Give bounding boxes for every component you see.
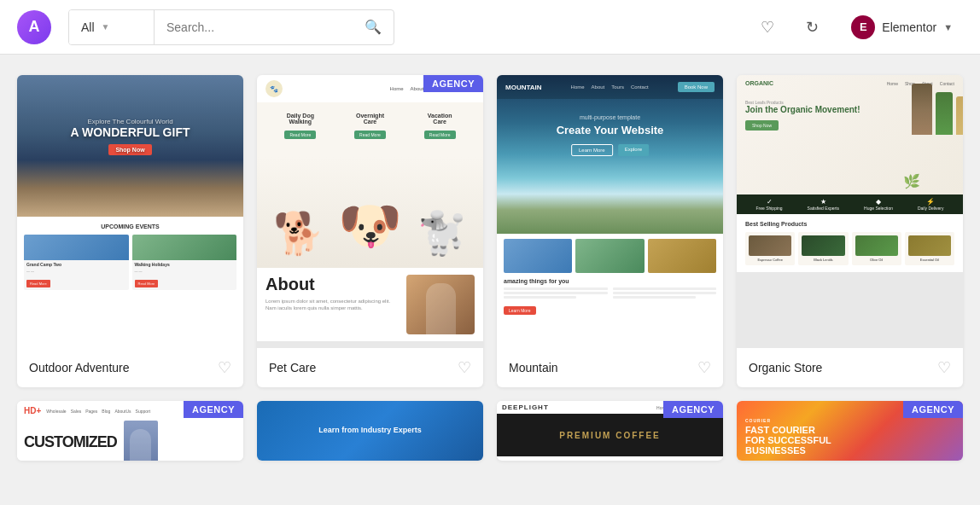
mountain-book-btn: Book Now	[678, 82, 715, 92]
mountain-text-col-1: Learn More	[504, 287, 608, 316]
template-card-customized[interactable]: AGENCY HD+ Wholesale Sales Pages Blog Ab…	[17, 401, 243, 461]
mountain-cta-btn: Learn More	[504, 306, 536, 315]
organic-product-2-name: Black Lentils	[802, 258, 844, 262]
petcare-hero: Daily DogWalking Read More OvernightCare…	[257, 102, 483, 157]
learn-body: Learn from Industry Experts	[257, 401, 483, 461]
petcare-favorite[interactable]: ♡	[458, 358, 471, 377]
mountain-text-row: Learn More	[504, 287, 716, 316]
deeplight-agency-badge: AGENCY	[663, 401, 723, 418]
organic-strip-4: ⚡ Daily Delivery	[918, 198, 944, 211]
search-input[interactable]	[155, 10, 353, 44]
petcare-agency-badge: AGENCY	[423, 75, 483, 92]
petcare-logo: 🐾	[265, 80, 283, 97]
deeplight-subtitle: PREMIUM COFFEE	[559, 431, 661, 440]
organic-nav-1: Home	[887, 81, 898, 86]
outdoor-hero-btn: Shop Now	[108, 144, 151, 155]
search-button[interactable]: 🔍	[353, 10, 394, 44]
product-bottle-1	[912, 84, 932, 135]
organic-hero-products	[912, 84, 963, 135]
organic-product-2-img	[802, 235, 844, 256]
outdoor-event-1-title: Grand Camp Two	[24, 260, 129, 269]
customized-logo: HD+	[24, 406, 41, 415]
organic-product-3-img	[855, 235, 898, 256]
elementor-icon-letter: E	[860, 20, 867, 33]
organic-footer: Organic Store ♡	[737, 348, 963, 387]
customized-nav-4: Blog	[102, 409, 110, 414]
template-card-pet-care[interactable]: AGENCY 🐾 Home About Services Contact	[257, 75, 483, 387]
organic-strip-text-4: Daily Delivery	[918, 206, 944, 211]
mountain-hero: multi-purpose template Create Your Websi…	[557, 114, 664, 156]
organic-product-1-img	[749, 235, 791, 256]
petcare-services: Daily DogWalking Read More OvernightCare…	[265, 113, 475, 140]
template-card-outdoor-adventure[interactable]: Explore The Colourful World A WONDERFUL …	[17, 75, 243, 387]
organic-section-title: Best Selling Products	[745, 221, 954, 227]
organic-strip-1: ✓ Free Shipping	[755, 198, 782, 211]
organic-strip-text-1: Free Shipping	[755, 206, 782, 211]
deeplight-body: PREMIUM COFFEE	[497, 414, 723, 456]
template-card-learn[interactable]: Learn from Industry Experts	[257, 401, 483, 461]
elementor-menu[interactable]: E Elementor ▼	[841, 10, 963, 44]
organic-product-2: Black Lentils	[798, 232, 848, 265]
outdoor-events-title: UPCOMING EVENTS	[24, 223, 236, 229]
outdoor-bottom: UPCOMING EVENTS Grand Camp Two — — Read …	[17, 217, 243, 348]
outdoor-event-2-btn: Read More	[135, 280, 159, 287]
customized-silhouette	[130, 429, 151, 461]
mountain-text-col-2	[613, 287, 717, 316]
mountain-line-6	[613, 296, 696, 299]
template-card-deeplight[interactable]: AGENCY DEEPLIGHT Home About Coffee Galle…	[497, 401, 723, 461]
courier-agency-badge: AGENCY	[903, 401, 963, 418]
organic-product-3-name: Olive Oil	[855, 258, 898, 262]
filter-dropdown[interactable]: All ▼	[69, 10, 155, 44]
elementor-chevron: ▼	[943, 22, 953, 32]
courier-title: FAST COURIERFOR SUCCESSFULBUSINESSES	[745, 425, 954, 456]
mountain-logo: MOUNTAIN	[505, 84, 542, 91]
petcare-service-2-name: OvernightCare	[354, 113, 386, 125]
mountain-name: Mountain	[509, 361, 558, 374]
organic-favorite[interactable]: ♡	[937, 358, 951, 377]
mountain-header: MOUNTAIN Home About Tours Contact Book N…	[497, 75, 723, 99]
filter-label: All	[81, 20, 95, 34]
organic-strip-3: ◆ Huge Selection	[864, 198, 893, 211]
organic-product-4-img	[908, 235, 951, 256]
petcare-service-2: OvernightCare Read More	[354, 113, 386, 140]
organic-products-section: Best Selling Products Espresso Coffee Bl…	[737, 214, 963, 272]
mountain-service-2	[575, 239, 644, 273]
template-card-mountain[interactable]: MOUNTAIN Home About Tours Contact Book N…	[497, 75, 723, 387]
mountain-bottom: amazing things for you Learn More	[497, 234, 723, 348]
refresh-icon: ↻	[806, 18, 819, 37]
outdoor-hero-text: Explore The Colourful World A WONDERFUL …	[71, 118, 190, 155]
petcare-dogs: 🐕 🐶 🐩	[257, 157, 483, 268]
template-card-courier[interactable]: AGENCY COURIER FAST COURIERFOR SUCCESSFU…	[737, 401, 963, 461]
mountain-services	[504, 239, 716, 273]
dog-3: 🐩	[412, 200, 472, 268]
petcare-footer: Pet Care ♡	[257, 348, 483, 387]
outdoor-favorite[interactable]: ♡	[218, 358, 231, 377]
main-content: Explore The Colourful World A WONDERFUL …	[0, 55, 980, 481]
mountain-line-5	[613, 292, 717, 294]
template-preview-organic: ORGANIC Home Shop About Contact Best Lea…	[737, 75, 963, 348]
organic-strip-2: ★ Satisfied Experts	[808, 198, 840, 211]
mountain-learn-btn: Learn More	[571, 144, 613, 156]
template-card-organic-store[interactable]: ORGANIC Home Shop About Contact Best Lea…	[737, 75, 963, 387]
courier-brand: COURIER	[745, 418, 954, 423]
outdoor-event-1: Grand Camp Two — — Read More	[24, 235, 129, 290]
petcare-about-desc: Lorem ipsum dolor sit amet, consectetur …	[265, 298, 400, 312]
search-area: All ▼ 🔍	[68, 9, 394, 45]
outdoor-title: A WONDERFUL GIFT	[71, 125, 190, 139]
elementor-label: Elementor	[882, 20, 936, 34]
mountain-line-2	[504, 292, 608, 294]
refresh-button[interactable]: ↻	[796, 12, 827, 43]
organic-cta-btn: Shop Now	[745, 120, 779, 131]
template-preview-customized: AGENCY HD+ Wholesale Sales Pages Blog Ab…	[17, 401, 243, 461]
mountain-nav-contact: Contact	[631, 84, 649, 90]
customized-person-img	[124, 421, 158, 461]
customized-agency-badge: AGENCY	[184, 401, 243, 418]
petcare-about-title: About	[265, 275, 400, 294]
mountain-favorite[interactable]: ♡	[697, 358, 711, 377]
organic-product-3: Olive Oil	[852, 232, 901, 265]
petcare-about: About Lorem ipsum dolor sit amet, consec…	[257, 268, 483, 341]
favorites-button[interactable]: ♡	[752, 12, 783, 43]
product-bottle-3	[956, 96, 963, 135]
app-logo[interactable]: A	[17, 10, 51, 44]
mountain-btn-group: Learn More Explore	[557, 144, 664, 156]
